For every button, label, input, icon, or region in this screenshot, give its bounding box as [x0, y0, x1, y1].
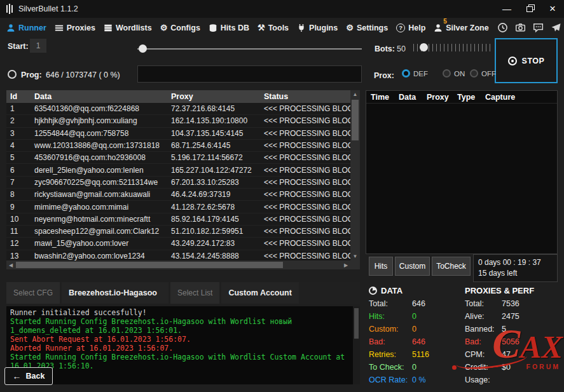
- wordlists-icon: [104, 24, 113, 32]
- screenshot-camera-icon[interactable]: [515, 22, 526, 33]
- table-cell: 1: [6, 104, 31, 113]
- nav-wordlists[interactable]: Wordlists: [104, 24, 152, 32]
- bots-value: 50: [397, 44, 406, 53]
- table-row[interactable]: 6derell_25len@yahoo.com:lenlen165.227.10…: [6, 164, 350, 176]
- select-list-button[interactable]: Select List: [170, 282, 219, 304]
- pie-chart-icon: [369, 287, 377, 295]
- scroll-down-icon[interactable]: ▼: [350, 252, 360, 260]
- table-cell: 9: [6, 203, 31, 212]
- bots-slider-thumb[interactable]: [420, 43, 428, 51]
- main-nav: Runner Proxies Wordlists ⚙ Configs Hits …: [0, 18, 564, 37]
- nav-configs[interactable]: ⚙ Configs: [160, 24, 200, 32]
- radio-on[interactable]: [443, 69, 451, 78]
- table-row[interactable]: 1635401360@qq.com:f622486872.37.216.68:4…: [6, 103, 350, 115]
- table-cell: <<< PROCESSING BLOC: [260, 239, 350, 248]
- minimize-button[interactable]: —: [495, 0, 518, 18]
- scroll-left-icon[interactable]: ◀: [6, 260, 15, 269]
- table-row[interactable]: 4www.120313886@qq.com:1373181868.71.254.…: [6, 140, 350, 152]
- proxies-icon: [55, 24, 64, 32]
- prox-option-def[interactable]: DEF: [402, 69, 428, 78]
- table-cell: hjkhhjk@gvhjbnhj.com:xuliang: [31, 116, 167, 125]
- nav-proxies[interactable]: Proxies: [55, 24, 95, 32]
- hits-column-proxy[interactable]: Proxy: [422, 93, 453, 102]
- table-cell: <<< PROCESSING BLOC: [260, 129, 350, 138]
- horizontal-scroll-thumb[interactable]: [16, 262, 283, 268]
- app-logo-icon: [6, 3, 13, 15]
- prox-option-off[interactable]: OFF: [470, 69, 496, 78]
- bots-slider[interactable]: [413, 43, 491, 52]
- start-slider-track: [137, 48, 362, 50]
- stop-button[interactable]: STOP: [495, 38, 558, 83]
- vertical-scroll-thumb[interactable]: [352, 100, 359, 140]
- tools-icon: ⚒: [258, 24, 265, 32]
- data-stats-header: DATA: [369, 283, 463, 297]
- log-scrollbar[interactable]: [353, 306, 360, 384]
- table-cell: bwashin2@yahoo.com:love1234: [31, 252, 167, 260]
- nav-settings-label: Settings: [357, 24, 388, 32]
- prox-option-on[interactable]: ON: [443, 69, 465, 78]
- start-slider[interactable]: [137, 44, 362, 53]
- table-cell: spacesheep122@gmail.com:Clark12: [31, 227, 167, 236]
- nav-hitsdb[interactable]: Hits DB: [209, 24, 249, 32]
- table-cell: 10: [6, 215, 31, 224]
- horizontal-scrollbar[interactable]: ◀ ▶: [6, 260, 350, 269]
- hits-column-capture[interactable]: Capture: [481, 93, 557, 102]
- scroll-up-icon[interactable]: ▲: [350, 90, 360, 98]
- column-header-data[interactable]: Data: [31, 92, 167, 101]
- tab-tocheck[interactable]: ToCheck: [432, 257, 471, 276]
- trial-timer: 0 days 00 : 19 : 37 15 days left: [473, 254, 558, 282]
- data-stats-panel: DATA Total:646Hits:0Custom:0Bad:646Retri…: [369, 283, 463, 386]
- column-header-id[interactable]: Id: [6, 92, 31, 101]
- table-cell: 67.201.33.10:25283: [167, 178, 260, 187]
- hits-column-time[interactable]: Time: [366, 93, 394, 102]
- table-row[interactable]: 10neyenmg@hotmail.com:minecraftt85.92.16…: [6, 213, 350, 226]
- nav-help[interactable]: ? Help: [396, 24, 425, 32]
- tab-hits[interactable]: Hits: [369, 257, 393, 276]
- table-row[interactable]: 11spacesheep122@gmail.com:Clark1251.210.…: [6, 226, 350, 238]
- table-cell: 13: [6, 252, 31, 260]
- table-cell: 51.210.182.12:59951: [167, 227, 260, 236]
- config-strip: Select CFG Breezehost.io-Hagasoo Select …: [6, 282, 360, 304]
- table-cell: www.120313886@qq.com:13731818: [31, 141, 167, 150]
- start-slider-thumb[interactable]: [139, 44, 147, 53]
- table-row[interactable]: 2hjkhhjk@gvhjbnhj.com:xuliang162.14.135.…: [6, 115, 350, 127]
- column-header-status[interactable]: Status: [260, 92, 350, 101]
- table-row[interactable]: 13bwashin2@yahoo.com:love123443.154.24.2…: [6, 250, 350, 260]
- nav-silver-zone[interactable]: 5 Silver Zone: [434, 24, 488, 32]
- window-title: SilverBullet 1.1.2: [18, 4, 78, 13]
- chat-icon[interactable]: [533, 22, 544, 33]
- nav-tools[interactable]: ⚒ Tools: [258, 24, 289, 32]
- table-row[interactable]: 9mimime@yahoo.com:mimai41.128.72.62:5678…: [6, 201, 350, 213]
- column-header-proxy[interactable]: Proxy: [167, 92, 260, 101]
- stat-row: Credit:$0: [465, 361, 559, 374]
- radio-off[interactable]: [470, 69, 478, 78]
- table-row[interactable]: 12mawi_15@yahoo.com:lover43.249.224.172:…: [6, 238, 350, 250]
- table-row[interactable]: 312554844@qq.com:758758104.37.135.145:41…: [6, 128, 350, 140]
- close-button[interactable]: ×: [541, 0, 564, 18]
- vertical-scrollbar[interactable]: ▲ ▼: [350, 90, 360, 260]
- table-cell: <<< PROCESSING BLOC: [260, 153, 350, 162]
- stat-row: OCR Rate:0 %: [369, 374, 463, 386]
- table-row[interactable]: 8rickystiawan@gmail.com:akuawali46.4.24.…: [6, 189, 350, 201]
- nav-runner[interactable]: Runner: [6, 24, 46, 32]
- history-icon[interactable]: [497, 22, 508, 33]
- tab-custom[interactable]: Custom: [395, 257, 430, 276]
- nav-plugins[interactable]: Plugins: [297, 24, 338, 32]
- table-cell: <<< PROCESSING BLOC: [260, 227, 350, 236]
- back-button-label: Back: [26, 372, 45, 381]
- title-bar: SilverBullet 1.1.2 — ×: [0, 0, 564, 18]
- maximize-button[interactable]: [518, 0, 541, 18]
- table-cell: 43.249.224.172:83: [167, 239, 260, 248]
- hits-column-type[interactable]: Type: [453, 93, 481, 102]
- scroll-right-icon[interactable]: ▶: [341, 260, 350, 269]
- select-cfg-button[interactable]: Select CFG: [6, 282, 60, 304]
- start-input[interactable]: [30, 39, 46, 53]
- telegram-send-icon[interactable]: [551, 22, 561, 33]
- nav-settings[interactable]: ⚙ Settings: [346, 24, 388, 32]
- back-button[interactable]: ← Back: [4, 367, 53, 385]
- hits-column-data[interactable]: Data: [394, 93, 422, 102]
- table-row[interactable]: 7zyc906670225@qq.com:5211314we67.201.33.…: [6, 177, 350, 189]
- radio-def[interactable]: [402, 69, 410, 78]
- log-scroll-thumb[interactable]: [354, 308, 359, 339]
- table-row[interactable]: 5453607916@qq.com:ho29360085.196.172.114…: [6, 152, 350, 164]
